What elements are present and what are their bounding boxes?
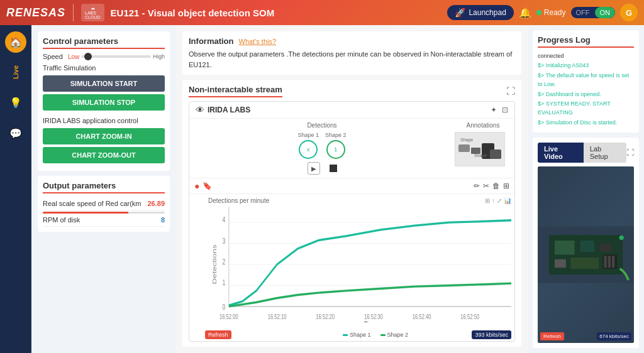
right-panel: Progress Log connected $> Initializing A… — [528, 25, 644, 353]
expand-icon[interactable]: ⛶ — [506, 86, 515, 96]
shape1-circle: x — [299, 140, 318, 159]
log-entry-4: $> SYSTEM READY. START EVALUATING — [538, 99, 634, 117]
simulation-stop-button[interactable]: SIMULATION STOP — [43, 94, 165, 111]
page-title: EU121 - Visual object detection SOM — [111, 8, 441, 18]
output-rpm-name: RPM of disk — [43, 216, 80, 224]
video-thumbnail: Shape Shape — [455, 132, 505, 166]
power-toggle[interactable]: OFF ON — [571, 7, 616, 18]
logo-divider — [73, 4, 74, 21]
speed-label: Speed — [43, 53, 65, 60]
progress-log-section: Progress Log connected $> Initializing A… — [533, 30, 639, 133]
irida-settings-icon[interactable]: ✦ — [491, 106, 497, 114]
toolbar-draw-icon[interactable]: ✏ — [474, 182, 480, 190]
chart-icon-2[interactable]: ↑ — [492, 197, 495, 204]
simulation-start-button[interactable]: SIMULATION START — [43, 75, 165, 92]
chart-zoom-in-button[interactable]: CHART ZOOM-IN — [43, 128, 165, 144]
user-avatar[interactable]: G — [620, 4, 638, 21]
svg-rect-35 — [608, 256, 611, 268]
progress-log: connected $> Initializing AS043 $> The d… — [538, 52, 634, 128]
svg-rect-4 — [490, 149, 501, 159]
launchpad-button[interactable]: 🚀 Launchpad — [447, 5, 513, 20]
toolbar-grid-icon[interactable]: ⊞ — [503, 182, 509, 190]
toolbar-circle-icon[interactable]: ● — [194, 181, 199, 191]
toolbar-bookmark-icon[interactable]: 🔖 — [203, 182, 212, 190]
stream-title: Non-interactable stream — [189, 85, 282, 97]
control-params-section: Control parameters Speed Low High Traffi… — [38, 31, 170, 171]
irida-container: 👁 IRIDA LABS ✦ ⊡ Detections Shape 1 — [189, 101, 515, 342]
cloud-label: LABSCLOUD — [85, 11, 101, 19]
live-video-thumbnail: Refresh 674 kbits/sec — [538, 166, 634, 343]
svg-text:2: 2 — [223, 257, 226, 266]
header-right: 🚀 Launchpad 🔔 Ready OFF ON G — [447, 4, 638, 21]
stream-refresh-button[interactable]: Refresh — [205, 330, 231, 339]
shape2-label: Shape 2 — [325, 132, 347, 138]
svg-text:16:52:50: 16:52:50 — [460, 312, 479, 320]
stream-kbits-badge: 393 kbits/sec — [472, 330, 511, 339]
toolbar-scissors-icon[interactable]: ✂ — [483, 182, 489, 190]
annotations-label: Annotations — [455, 122, 511, 129]
chart-zoom-out-button[interactable]: CHART ZOOM-OUT — [43, 147, 165, 163]
speed-high-label: High — [153, 53, 165, 60]
logo-area: RENESAS ☁ LABSCLOUD — [6, 4, 104, 21]
stream-section: Non-interactable stream ⛶ 👁 IRIDA LABS ✦… — [182, 80, 521, 347]
chart-icon-4[interactable]: 📊 — [504, 197, 511, 204]
output-speed-name: Real scale speed of Red car(km — [43, 200, 142, 207]
info-title: Information — [189, 36, 234, 46]
irida-eye-icon: 👁 — [196, 105, 204, 115]
shape1-label: Shape 1 — [297, 132, 319, 138]
play-button[interactable]: ▶ — [308, 162, 320, 175]
svg-rect-32 — [570, 258, 599, 269]
chart-icons: ⊞ ↑ ⤢ 📊 — [485, 197, 511, 204]
left-panel: Control parameters Speed Low High Traffi… — [31, 25, 176, 353]
detections-label: Detections — [192, 122, 452, 129]
svg-text:Shape: Shape — [474, 153, 487, 158]
output-row-speed: Real scale speed of Red car(km 26.89 — [43, 197, 165, 210]
sidebar-item-home[interactable]: 🏠 — [5, 31, 26, 53]
toggle-on-label: ON — [595, 7, 616, 18]
svg-text:16:52:40: 16:52:40 — [413, 312, 431, 320]
svg-text:Time: Time — [364, 320, 376, 322]
svg-rect-28 — [555, 241, 575, 255]
video-expand-icon[interactable]: ⛶ — [626, 148, 634, 157]
ready-indicator: Ready — [536, 8, 566, 17]
detections-left: Detections Shape 1 x Shape 2 1 — [192, 122, 452, 175]
legend-shape1: Shape 1 — [343, 332, 371, 338]
video-refresh-button[interactable]: Refresh — [540, 332, 564, 340]
irida-fullscreen-icon[interactable]: ⊡ — [502, 106, 508, 114]
output-speed-value: 26.89 — [147, 200, 165, 207]
annotations-panel: Annotations Shape — [455, 122, 511, 175]
shape1-item: Shape 1 x — [297, 132, 319, 159]
legend-dot-shape1 — [343, 334, 348, 336]
launchpad-label: Launchpad — [469, 8, 506, 17]
svg-rect-1 — [458, 144, 470, 152]
ready-dot — [536, 10, 541, 15]
whats-this-link[interactable]: What's this? — [239, 38, 277, 45]
play-controls: ▶ — [192, 162, 452, 175]
chart-icon-3[interactable]: ⤢ — [497, 197, 502, 204]
svg-rect-36 — [612, 256, 615, 268]
live-label: Live — [12, 65, 19, 79]
tab-lab-setup[interactable]: Lab Setup — [584, 143, 626, 163]
irida-name: IRIDA LABS — [208, 106, 250, 114]
legend-shape2-label: Shape 2 — [387, 332, 409, 338]
info-header: Information What's this? — [189, 36, 515, 46]
sidebar-item-message[interactable]: 💬 — [5, 122, 26, 144]
video-placeholder — [538, 166, 634, 343]
stop-button[interactable] — [330, 165, 337, 172]
traffic-label: Traffic Simulation — [43, 64, 165, 72]
log-entry-0: connected — [538, 52, 634, 60]
svg-text:16:52:20: 16:52:20 — [316, 312, 335, 320]
speed-track[interactable] — [81, 55, 151, 58]
shape2-circle: 1 — [326, 140, 345, 159]
video-tabs: Live Video Lab Setup ⛶ — [538, 143, 634, 163]
sidebar-item-bulb[interactable]: 💡 — [5, 92, 26, 113]
renesas-logo: RENESAS — [6, 6, 65, 19]
toolbar-delete-icon[interactable]: 🗑 — [492, 182, 500, 190]
bell-icon[interactable]: 🔔 — [519, 7, 531, 19]
cloud-icon: ☁ — [91, 6, 95, 11]
chart-icon-1[interactable]: ⊞ — [485, 197, 490, 204]
shapes-row: Shape 1 x Shape 2 1 — [192, 132, 452, 159]
tab-live-video[interactable]: Live Video — [538, 143, 584, 163]
chart-legend: Shape 1 Shape 2 — [240, 332, 511, 338]
main-layout: 🏠 Live 💡 💬 Control parameters Speed Low … — [0, 25, 644, 353]
